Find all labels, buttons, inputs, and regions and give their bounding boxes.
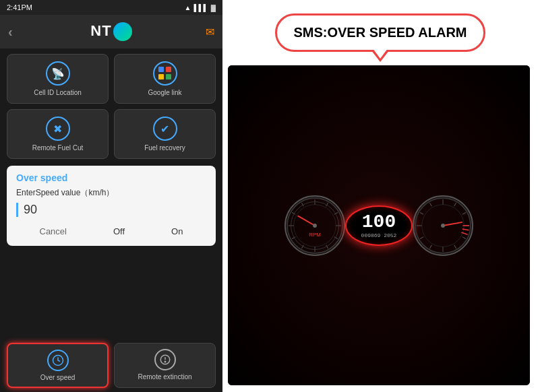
cancel-button[interactable]: Cancel bbox=[32, 224, 75, 239]
svg-line-26 bbox=[454, 244, 456, 248]
google-link-label: Google link bbox=[148, 89, 181, 96]
svg-text:RPM: RPM bbox=[309, 231, 320, 237]
sms-alert-bubble: SMS:OVER SPEED ALARM bbox=[275, 13, 485, 52]
svg-line-5 bbox=[326, 203, 328, 206]
logo-circle bbox=[113, 22, 132, 41]
sms-alert-text: SMS:OVER SPEED ALARM bbox=[293, 25, 467, 40]
speed-display: 100 009869 2052 bbox=[345, 205, 413, 246]
time-display: 2:41PM bbox=[7, 3, 32, 11]
fuel-recovery-label: Fuel recovery bbox=[144, 144, 185, 152]
dialog-label: EnterSpeed value（km/h） bbox=[16, 187, 206, 199]
off-button[interactable]: Off bbox=[105, 224, 133, 239]
app-logo: NT bbox=[90, 22, 131, 41]
over-speed-button[interactable]: Over speed bbox=[7, 343, 109, 388]
svg-line-28 bbox=[429, 244, 431, 248]
right-gauge-svg bbox=[414, 196, 472, 255]
over-speed-label: Over speed bbox=[40, 374, 76, 381]
svg-line-31 bbox=[420, 212, 423, 214]
svg-line-23 bbox=[462, 212, 466, 214]
svg-point-2 bbox=[287, 197, 342, 253]
wifi-icon: ▲ bbox=[185, 4, 191, 11]
speed-value: 100 bbox=[362, 213, 396, 232]
over-speed-icon bbox=[47, 350, 69, 371]
remote-extinction-button[interactable]: Remote extinction bbox=[114, 343, 216, 388]
google-icon bbox=[153, 61, 177, 86]
left-gauge: RPM bbox=[285, 195, 345, 256]
svg-line-32 bbox=[429, 203, 431, 206]
back-button[interactable]: ‹ bbox=[8, 24, 13, 40]
cell-id-button[interactable]: 📡 Cell ID Location bbox=[7, 54, 109, 104]
signal-icon: ▌▌▌ bbox=[193, 4, 208, 11]
status-icons: ▲ ▌▌▌ ▓ bbox=[185, 4, 216, 11]
bottom-navigation: Over speed Remote extinction bbox=[0, 339, 222, 392]
svg-line-8 bbox=[334, 236, 338, 238]
cell-id-icon: 📡 bbox=[46, 61, 70, 86]
google-link-button[interactable]: Google link bbox=[114, 54, 216, 104]
dashboard-area: RPM 100 009869 2052 bbox=[228, 65, 530, 385]
phone-panel: 2:41PM ▲ ▌▌▌ ▓ ‹ NT ✉ 📡 Cell ID Location bbox=[0, 0, 222, 392]
status-bar: 2:41PM ▲ ▌▌▌ ▓ bbox=[0, 0, 222, 15]
svg-line-15 bbox=[301, 203, 303, 206]
remote-fuel-cut-button[interactable]: ✖ Remote Fuel Cut bbox=[7, 109, 109, 159]
remote-extinction-label: Remote extinction bbox=[138, 373, 191, 381]
cell-id-label: Cell ID Location bbox=[34, 89, 82, 96]
bubble-area: SMS:OVER SPEED ALARM bbox=[222, 0, 538, 59]
svg-line-14 bbox=[292, 212, 295, 214]
svg-line-9 bbox=[326, 244, 328, 248]
svg-line-33 bbox=[443, 222, 462, 225]
svg-line-22 bbox=[454, 203, 456, 206]
feature-grid: 📡 Cell ID Location Google link ✖ Remote … bbox=[0, 48, 222, 164]
email-icon[interactable]: ✉ bbox=[206, 26, 214, 38]
fuel-recovery-button[interactable]: ✔ Fuel recovery bbox=[114, 109, 216, 159]
remote-extinction-icon bbox=[154, 349, 176, 370]
fuel-recovery-icon: ✔ bbox=[153, 117, 177, 141]
dialog-title: Over speed bbox=[16, 172, 206, 183]
left-gauge-svg: RPM bbox=[286, 196, 344, 255]
right-panel: SMS:OVER SPEED ALARM bbox=[222, 0, 538, 392]
svg-line-25 bbox=[462, 236, 466, 238]
battery-icon: ▓ bbox=[211, 4, 216, 11]
svg-line-16 bbox=[298, 216, 315, 226]
app-header: ‹ NT ✉ bbox=[0, 15, 222, 48]
svg-line-11 bbox=[301, 244, 303, 248]
odometer-value: 009869 2052 bbox=[361, 232, 397, 238]
fuel-cut-label: Remote Fuel Cut bbox=[32, 144, 84, 152]
speed-input[interactable] bbox=[16, 203, 206, 217]
svg-line-29 bbox=[420, 236, 423, 238]
svg-point-1 bbox=[165, 361, 166, 362]
svg-point-3 bbox=[294, 204, 336, 247]
right-gauge bbox=[413, 195, 473, 256]
svg-point-17 bbox=[313, 224, 317, 228]
dialog-actions: Cancel Off On bbox=[16, 224, 206, 239]
svg-point-34 bbox=[441, 224, 445, 228]
svg-line-6 bbox=[334, 212, 338, 214]
svg-line-12 bbox=[292, 236, 295, 238]
fuel-cut-icon: ✖ bbox=[46, 117, 70, 141]
on-button[interactable]: On bbox=[163, 224, 191, 239]
main-speedometer: 100 009869 2052 bbox=[345, 205, 413, 246]
dashboard-background: RPM 100 009869 2052 bbox=[228, 65, 530, 385]
over-speed-dialog: Over speed EnterSpeed value（km/h） Cancel… bbox=[7, 166, 216, 246]
